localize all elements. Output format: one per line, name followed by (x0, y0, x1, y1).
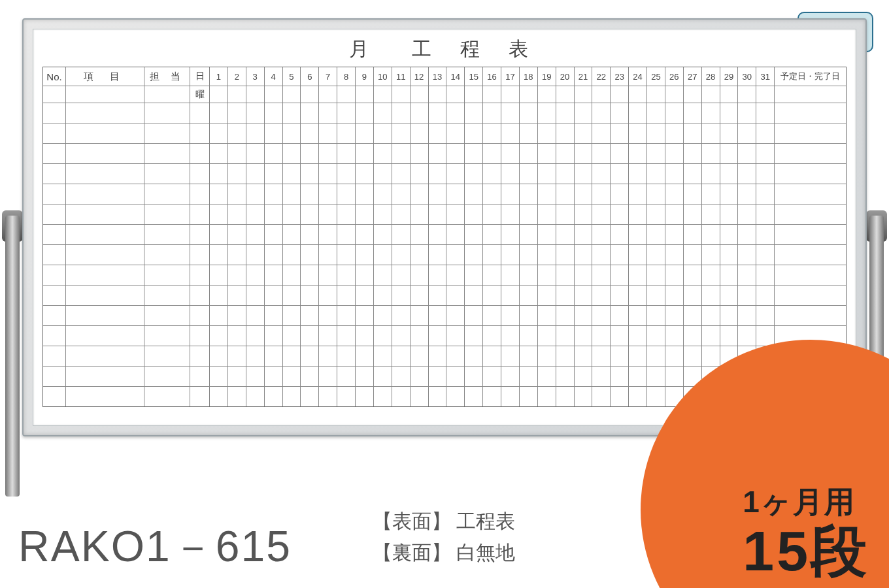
cell-d1 (209, 144, 227, 163)
cell-d26 (665, 306, 683, 325)
cell-d11 (392, 326, 410, 346)
cell-d9 (355, 184, 373, 204)
cell-d3 (246, 184, 264, 204)
cell-d5 (282, 164, 301, 184)
cell-d14 (446, 306, 464, 325)
cell-d25 (646, 387, 665, 406)
cell-d13 (428, 265, 446, 285)
cell-d25 (646, 286, 665, 305)
col-no: No. (43, 67, 65, 86)
cell-d7 (318, 123, 337, 143)
cell-d18 (519, 204, 537, 224)
col-day-blank-28 (701, 86, 720, 103)
col-end: 予定日・完了日 (774, 67, 846, 86)
cell-d17 (501, 204, 519, 224)
grid-body-row (43, 265, 846, 285)
cell-d12 (410, 225, 428, 244)
rows-label: 15段 (743, 523, 869, 579)
col-day-blank-8 (337, 86, 355, 103)
cell-d4 (264, 103, 282, 123)
cell-no (43, 326, 65, 346)
cell-d18 (519, 306, 537, 325)
cell-d10 (373, 346, 392, 366)
cell-d23 (610, 103, 628, 123)
cell-d30 (737, 306, 756, 325)
cell-no (43, 204, 65, 224)
cell-end (774, 184, 846, 204)
col-day-blank-23 (610, 86, 628, 103)
cell-d11 (392, 265, 410, 285)
cell-d27 (683, 346, 701, 366)
cell-day (190, 286, 209, 305)
cell-d11 (392, 103, 410, 123)
cell-d6 (300, 225, 318, 244)
cell-d11 (392, 184, 410, 204)
cell-d5 (282, 204, 301, 224)
cell-d16 (482, 286, 501, 305)
cell-d13 (428, 164, 446, 184)
col-day-blank-9 (355, 86, 373, 103)
cell-d21 (574, 103, 592, 123)
cell-d16 (482, 204, 501, 224)
cell-d10 (373, 367, 392, 386)
cell-tan (144, 123, 190, 143)
cell-d3 (246, 164, 264, 184)
col-day-blank-7 (318, 86, 337, 103)
cell-d26 (665, 164, 683, 184)
cell-d11 (392, 346, 410, 366)
grid-body-row (43, 325, 846, 346)
cell-d2 (227, 103, 246, 123)
cell-d28 (701, 306, 720, 325)
cell-d20 (556, 387, 574, 406)
cell-d19 (537, 286, 556, 305)
bottom-info: RAKO1－615 【表面】 工程表 【裏面】 白無地 1ヶ月用 15段 (0, 451, 889, 588)
cell-d5 (282, 123, 301, 143)
duration-label: 1ヶ月用 (743, 482, 869, 523)
cell-d14 (446, 164, 464, 184)
col-tan-blank (144, 86, 190, 103)
cell-d27 (683, 164, 701, 184)
cell-d6 (300, 164, 318, 184)
cell-d10 (373, 184, 392, 204)
cell-d21 (574, 306, 592, 325)
cell-d24 (628, 346, 646, 366)
cell-d17 (501, 265, 519, 285)
model-code: RAKO1－615 (18, 517, 292, 576)
cell-d30 (737, 326, 756, 346)
cell-d8 (337, 367, 355, 386)
cell-d23 (610, 204, 628, 224)
col-day-28: 28 (701, 67, 720, 86)
cell-d18 (519, 103, 537, 123)
cell-end (774, 123, 846, 143)
cell-d8 (337, 326, 355, 346)
cell-d20 (556, 123, 574, 143)
cell-d29 (720, 286, 738, 305)
cell-d25 (646, 103, 665, 123)
cell-day (190, 103, 209, 123)
cell-d7 (318, 204, 337, 224)
cell-d18 (519, 367, 537, 386)
cell-d9 (355, 346, 373, 366)
cell-d7 (318, 245, 337, 265)
cell-d4 (264, 367, 282, 386)
cell-d2 (227, 286, 246, 305)
back-value: 白無地 (456, 542, 515, 563)
cell-d24 (628, 326, 646, 346)
cell-d20 (556, 265, 574, 285)
cell-d17 (501, 184, 519, 204)
cell-d25 (646, 164, 665, 184)
cell-d2 (227, 387, 246, 406)
cell-d19 (537, 103, 556, 123)
cell-d3 (246, 103, 264, 123)
col-day-blank-16 (482, 86, 501, 103)
cell-d15 (464, 387, 482, 406)
cell-d11 (392, 245, 410, 265)
cell-end (774, 245, 846, 265)
cell-d10 (373, 245, 392, 265)
cell-d17 (501, 286, 519, 305)
cell-d11 (392, 387, 410, 406)
cell-d21 (574, 326, 592, 346)
cell-d30 (737, 123, 756, 143)
col-day-blank-18 (519, 86, 537, 103)
cell-d7 (318, 367, 337, 386)
